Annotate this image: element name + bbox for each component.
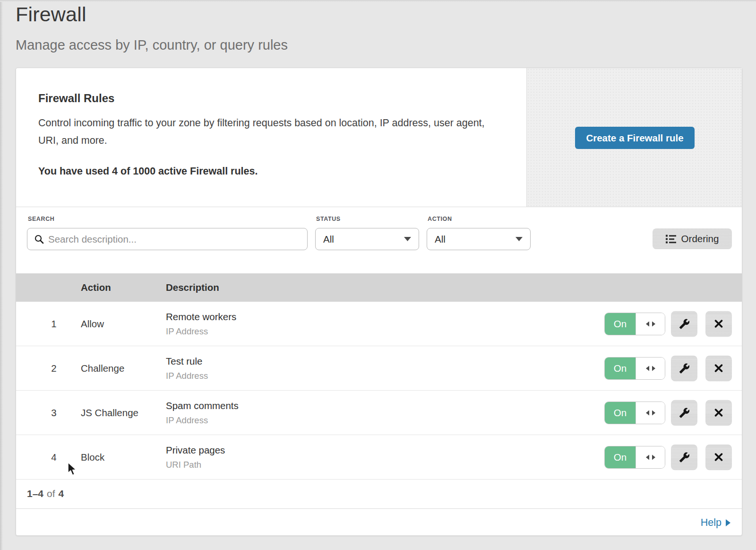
ordering-button-label: Ordering — [681, 233, 719, 244]
close-icon — [713, 363, 724, 374]
edit-rule-button[interactable] — [671, 400, 697, 426]
toggle-arrows-icon[interactable] — [636, 358, 665, 379]
rule-action: Allow — [81, 318, 104, 330]
rules-usage-count: You have used 4 of 1000 active Firewall … — [38, 166, 258, 177]
rule-action: Challenge — [81, 363, 124, 374]
table-header-row: Action Description — [16, 273, 742, 302]
rule-priority: 1 — [47, 318, 60, 330]
toggle-on-label[interactable]: On — [605, 358, 636, 379]
action-label: ACTION — [428, 216, 452, 222]
close-icon — [713, 452, 724, 463]
toggle-arrows-icon[interactable] — [636, 446, 665, 468]
action-select[interactable]: All — [427, 228, 531, 250]
window-edge-left — [0, 0, 3, 550]
wrench-icon — [679, 318, 690, 329]
pagination-total: 4 — [59, 488, 64, 499]
ordered-list-icon — [666, 234, 676, 244]
rules-info-section: Firewall Rules Control incoming traffic … — [16, 68, 742, 207]
delete-rule-button[interactable] — [705, 400, 732, 426]
rule-description: Test rule — [166, 356, 208, 367]
ordering-button[interactable]: Ordering — [653, 228, 732, 249]
table-row: 1 Allow Remote workers IP Address On — [16, 302, 742, 346]
close-icon — [713, 319, 724, 329]
pagination-range: 1–4 — [27, 488, 43, 499]
rule-match-type: IP Address — [166, 371, 208, 381]
rule-description-cell: Private pages URI Path — [166, 445, 225, 470]
rule-enabled-toggle[interactable]: On — [604, 446, 665, 469]
delete-rule-button[interactable] — [705, 311, 732, 337]
rules-table-body: 1 Allow Remote workers IP Address On — [16, 302, 742, 480]
table-row: 4 Block Private pages URI Path On — [16, 435, 742, 480]
rule-description-cell: Spam comments IP Address — [166, 400, 239, 426]
toggle-on-label[interactable]: On — [605, 313, 636, 335]
rules-heading: Firewall Rules — [38, 92, 114, 105]
toggle-on-label[interactable]: On — [605, 446, 636, 468]
delete-rule-button[interactable] — [705, 355, 732, 381]
column-header-action: Action — [81, 282, 111, 293]
rule-priority: 2 — [47, 363, 60, 374]
action-selected-value: All — [435, 234, 446, 245]
rule-description-cell: Test rule IP Address — [166, 356, 208, 381]
pagination-row: 1–4 of 4 — [16, 479, 742, 509]
rule-description: Remote workers — [166, 311, 236, 323]
rule-description-cell: Remote workers IP Address — [166, 311, 236, 337]
rule-description: Spam comments — [166, 400, 239, 411]
rule-match-type: IP Address — [166, 415, 239, 426]
page-title: Firewall — [16, 3, 288, 26]
toggle-arrows-icon[interactable] — [636, 402, 665, 424]
wrench-icon — [679, 407, 690, 418]
column-header-description: Description — [166, 282, 219, 293]
search-box[interactable] — [27, 228, 308, 250]
create-rule-panel: Create a Firewall rule — [526, 68, 742, 207]
edit-rule-button[interactable] — [671, 444, 697, 470]
rule-enabled-toggle[interactable]: On — [604, 357, 665, 380]
create-firewall-rule-button[interactable]: Create a Firewall rule — [575, 127, 695, 149]
search-icon — [34, 234, 44, 244]
status-select[interactable]: All — [315, 228, 419, 250]
table-row: 3 JS Challenge Spam comments IP Address … — [16, 391, 742, 435]
status-selected-value: All — [323, 234, 334, 245]
help-row: Help — [16, 509, 742, 536]
toggle-on-label[interactable]: On — [605, 402, 636, 424]
firewall-rules-card: Firewall Rules Control incoming traffic … — [16, 68, 742, 536]
page-subtitle: Manage access by IP, country, or query r… — [16, 37, 288, 53]
status-label: STATUS — [316, 216, 341, 222]
close-icon — [713, 408, 724, 418]
arrow-right-icon — [726, 519, 730, 526]
rule-action: Block — [81, 452, 104, 463]
rule-action: JS Challenge — [81, 407, 138, 419]
search-label: SEARCH — [28, 216, 54, 222]
search-input[interactable] — [48, 234, 307, 245]
delete-rule-button[interactable] — [705, 444, 732, 470]
rule-priority: 3 — [47, 407, 60, 419]
pagination-of-label: of — [47, 488, 55, 499]
filter-bar: SEARCH STATUS All ACTION All — [16, 208, 742, 273]
rule-enabled-toggle[interactable]: On — [604, 313, 665, 335]
rule-match-type: IP Address — [166, 326, 236, 337]
rule-description: Private pages — [166, 445, 225, 456]
help-link-label: Help — [701, 517, 722, 529]
chevron-down-icon — [404, 237, 411, 242]
table-row: 2 Challenge Test rule IP Address On — [16, 346, 742, 391]
wrench-icon — [679, 363, 690, 374]
edit-rule-button[interactable] — [671, 311, 697, 337]
window-edge-top — [0, 0, 756, 2]
page-header: Firewall Manage access by IP, country, o… — [16, 3, 288, 53]
help-link[interactable]: Help — [701, 517, 730, 529]
wrench-icon — [679, 452, 690, 463]
chevron-down-icon — [515, 237, 523, 242]
rule-enabled-toggle[interactable]: On — [604, 402, 665, 424]
rule-priority: 4 — [47, 452, 60, 463]
rule-match-type: URI Path — [166, 460, 225, 470]
toggle-arrows-icon[interactable] — [636, 313, 665, 335]
rules-description: Control incoming traffic to your zone by… — [38, 114, 492, 149]
edit-rule-button[interactable] — [671, 355, 697, 381]
